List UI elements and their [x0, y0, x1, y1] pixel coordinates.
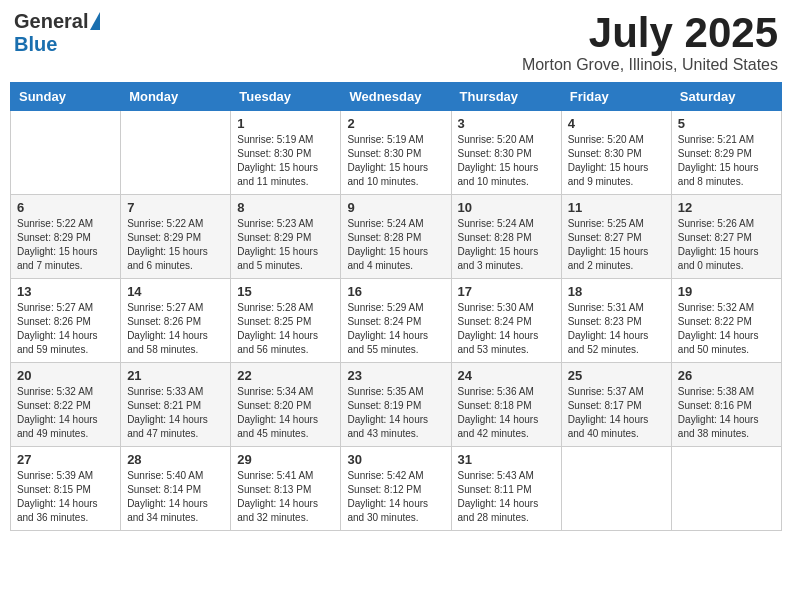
- day-number: 25: [568, 368, 665, 383]
- day-info: Sunrise: 5:31 AM Sunset: 8:23 PM Dayligh…: [568, 301, 665, 357]
- calendar-cell: 28Sunrise: 5:40 AM Sunset: 8:14 PM Dayli…: [121, 447, 231, 531]
- calendar-cell: 14Sunrise: 5:27 AM Sunset: 8:26 PM Dayli…: [121, 279, 231, 363]
- day-number: 9: [347, 200, 444, 215]
- calendar-day-header: Tuesday: [231, 83, 341, 111]
- day-info: Sunrise: 5:20 AM Sunset: 8:30 PM Dayligh…: [458, 133, 555, 189]
- calendar-cell: 6Sunrise: 5:22 AM Sunset: 8:29 PM Daylig…: [11, 195, 121, 279]
- day-info: Sunrise: 5:38 AM Sunset: 8:16 PM Dayligh…: [678, 385, 775, 441]
- calendar-cell: [121, 111, 231, 195]
- calendar-day-header: Sunday: [11, 83, 121, 111]
- day-info: Sunrise: 5:32 AM Sunset: 8:22 PM Dayligh…: [17, 385, 114, 441]
- calendar-cell: 24Sunrise: 5:36 AM Sunset: 8:18 PM Dayli…: [451, 363, 561, 447]
- day-info: Sunrise: 5:24 AM Sunset: 8:28 PM Dayligh…: [347, 217, 444, 273]
- calendar-cell: 30Sunrise: 5:42 AM Sunset: 8:12 PM Dayli…: [341, 447, 451, 531]
- day-number: 6: [17, 200, 114, 215]
- calendar-cell: 18Sunrise: 5:31 AM Sunset: 8:23 PM Dayli…: [561, 279, 671, 363]
- logo-general-text: General: [14, 10, 88, 33]
- calendar-cell: 29Sunrise: 5:41 AM Sunset: 8:13 PM Dayli…: [231, 447, 341, 531]
- page-subtitle: Morton Grove, Illinois, United States: [522, 56, 778, 74]
- day-number: 24: [458, 368, 555, 383]
- calendar-week-row: 20Sunrise: 5:32 AM Sunset: 8:22 PM Dayli…: [11, 363, 782, 447]
- logo: General Blue: [14, 10, 100, 56]
- logo-triangle-icon: [90, 12, 100, 30]
- day-info: Sunrise: 5:33 AM Sunset: 8:21 PM Dayligh…: [127, 385, 224, 441]
- calendar-cell: 2Sunrise: 5:19 AM Sunset: 8:30 PM Daylig…: [341, 111, 451, 195]
- calendar-cell: 23Sunrise: 5:35 AM Sunset: 8:19 PM Dayli…: [341, 363, 451, 447]
- day-info: Sunrise: 5:29 AM Sunset: 8:24 PM Dayligh…: [347, 301, 444, 357]
- calendar-day-header: Monday: [121, 83, 231, 111]
- day-info: Sunrise: 5:20 AM Sunset: 8:30 PM Dayligh…: [568, 133, 665, 189]
- day-number: 1: [237, 116, 334, 131]
- day-number: 22: [237, 368, 334, 383]
- calendar-cell: 22Sunrise: 5:34 AM Sunset: 8:20 PM Dayli…: [231, 363, 341, 447]
- day-info: Sunrise: 5:21 AM Sunset: 8:29 PM Dayligh…: [678, 133, 775, 189]
- calendar-cell: 8Sunrise: 5:23 AM Sunset: 8:29 PM Daylig…: [231, 195, 341, 279]
- day-number: 20: [17, 368, 114, 383]
- calendar-cell: [11, 111, 121, 195]
- calendar-cell: 17Sunrise: 5:30 AM Sunset: 8:24 PM Dayli…: [451, 279, 561, 363]
- calendar-week-row: 27Sunrise: 5:39 AM Sunset: 8:15 PM Dayli…: [11, 447, 782, 531]
- calendar-day-header: Wednesday: [341, 83, 451, 111]
- day-info: Sunrise: 5:19 AM Sunset: 8:30 PM Dayligh…: [237, 133, 334, 189]
- day-number: 23: [347, 368, 444, 383]
- day-number: 29: [237, 452, 334, 467]
- calendar-cell: 20Sunrise: 5:32 AM Sunset: 8:22 PM Dayli…: [11, 363, 121, 447]
- calendar-cell: 13Sunrise: 5:27 AM Sunset: 8:26 PM Dayli…: [11, 279, 121, 363]
- calendar-cell: 16Sunrise: 5:29 AM Sunset: 8:24 PM Dayli…: [341, 279, 451, 363]
- calendar-table: SundayMondayTuesdayWednesdayThursdayFrid…: [10, 82, 782, 531]
- day-info: Sunrise: 5:35 AM Sunset: 8:19 PM Dayligh…: [347, 385, 444, 441]
- day-number: 4: [568, 116, 665, 131]
- calendar-cell: 21Sunrise: 5:33 AM Sunset: 8:21 PM Dayli…: [121, 363, 231, 447]
- calendar-cell: 31Sunrise: 5:43 AM Sunset: 8:11 PM Dayli…: [451, 447, 561, 531]
- calendar-cell: 12Sunrise: 5:26 AM Sunset: 8:27 PM Dayli…: [671, 195, 781, 279]
- calendar-week-row: 6Sunrise: 5:22 AM Sunset: 8:29 PM Daylig…: [11, 195, 782, 279]
- calendar-cell: 10Sunrise: 5:24 AM Sunset: 8:28 PM Dayli…: [451, 195, 561, 279]
- day-info: Sunrise: 5:24 AM Sunset: 8:28 PM Dayligh…: [458, 217, 555, 273]
- title-section: July 2025 Morton Grove, Illinois, United…: [522, 10, 778, 74]
- day-number: 7: [127, 200, 224, 215]
- day-number: 5: [678, 116, 775, 131]
- day-info: Sunrise: 5:42 AM Sunset: 8:12 PM Dayligh…: [347, 469, 444, 525]
- day-info: Sunrise: 5:43 AM Sunset: 8:11 PM Dayligh…: [458, 469, 555, 525]
- day-info: Sunrise: 5:25 AM Sunset: 8:27 PM Dayligh…: [568, 217, 665, 273]
- day-number: 11: [568, 200, 665, 215]
- calendar-cell: 5Sunrise: 5:21 AM Sunset: 8:29 PM Daylig…: [671, 111, 781, 195]
- day-info: Sunrise: 5:19 AM Sunset: 8:30 PM Dayligh…: [347, 133, 444, 189]
- calendar-day-header: Friday: [561, 83, 671, 111]
- day-number: 10: [458, 200, 555, 215]
- day-info: Sunrise: 5:41 AM Sunset: 8:13 PM Dayligh…: [237, 469, 334, 525]
- day-number: 12: [678, 200, 775, 215]
- day-info: Sunrise: 5:40 AM Sunset: 8:14 PM Dayligh…: [127, 469, 224, 525]
- day-info: Sunrise: 5:36 AM Sunset: 8:18 PM Dayligh…: [458, 385, 555, 441]
- calendar-week-row: 1Sunrise: 5:19 AM Sunset: 8:30 PM Daylig…: [11, 111, 782, 195]
- day-info: Sunrise: 5:32 AM Sunset: 8:22 PM Dayligh…: [678, 301, 775, 357]
- logo-blue-text: Blue: [14, 33, 57, 56]
- calendar-header-row: SundayMondayTuesdayWednesdayThursdayFrid…: [11, 83, 782, 111]
- day-info: Sunrise: 5:27 AM Sunset: 8:26 PM Dayligh…: [127, 301, 224, 357]
- day-number: 31: [458, 452, 555, 467]
- day-number: 27: [17, 452, 114, 467]
- day-number: 13: [17, 284, 114, 299]
- day-info: Sunrise: 5:34 AM Sunset: 8:20 PM Dayligh…: [237, 385, 334, 441]
- day-number: 15: [237, 284, 334, 299]
- calendar-cell: 11Sunrise: 5:25 AM Sunset: 8:27 PM Dayli…: [561, 195, 671, 279]
- calendar-cell: 9Sunrise: 5:24 AM Sunset: 8:28 PM Daylig…: [341, 195, 451, 279]
- calendar-week-row: 13Sunrise: 5:27 AM Sunset: 8:26 PM Dayli…: [11, 279, 782, 363]
- day-number: 2: [347, 116, 444, 131]
- calendar-cell: [671, 447, 781, 531]
- calendar-day-header: Thursday: [451, 83, 561, 111]
- day-info: Sunrise: 5:26 AM Sunset: 8:27 PM Dayligh…: [678, 217, 775, 273]
- calendar-cell: 27Sunrise: 5:39 AM Sunset: 8:15 PM Dayli…: [11, 447, 121, 531]
- day-info: Sunrise: 5:22 AM Sunset: 8:29 PM Dayligh…: [127, 217, 224, 273]
- calendar-cell: 26Sunrise: 5:38 AM Sunset: 8:16 PM Dayli…: [671, 363, 781, 447]
- day-info: Sunrise: 5:27 AM Sunset: 8:26 PM Dayligh…: [17, 301, 114, 357]
- calendar-cell: 4Sunrise: 5:20 AM Sunset: 8:30 PM Daylig…: [561, 111, 671, 195]
- calendar-cell: 3Sunrise: 5:20 AM Sunset: 8:30 PM Daylig…: [451, 111, 561, 195]
- day-info: Sunrise: 5:30 AM Sunset: 8:24 PM Dayligh…: [458, 301, 555, 357]
- day-number: 8: [237, 200, 334, 215]
- day-number: 18: [568, 284, 665, 299]
- calendar-day-header: Saturday: [671, 83, 781, 111]
- day-number: 28: [127, 452, 224, 467]
- day-info: Sunrise: 5:37 AM Sunset: 8:17 PM Dayligh…: [568, 385, 665, 441]
- calendar-cell: [561, 447, 671, 531]
